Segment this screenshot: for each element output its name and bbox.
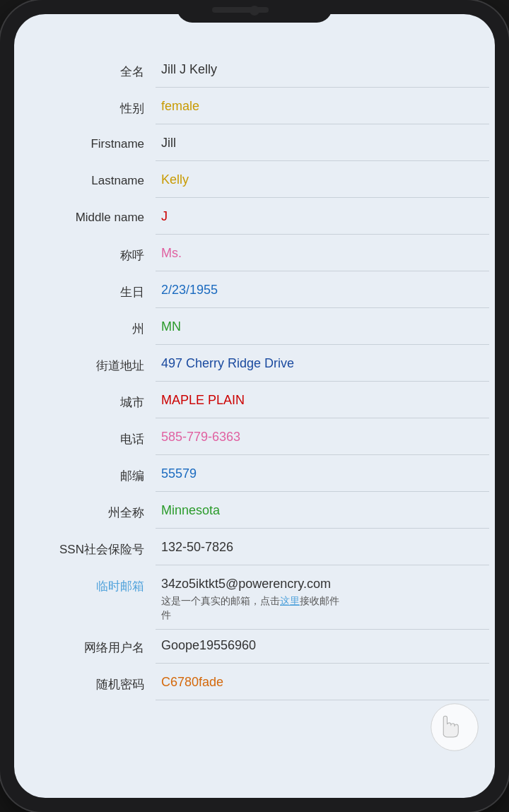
- field-row: 州全称Minnesota: [14, 495, 495, 531]
- field-row: 州MN: [14, 311, 495, 348]
- field-row: 称呼Ms.: [14, 237, 495, 274]
- field-value-container: 2/23/1955: [156, 274, 489, 308]
- field-row: 网络用户名Goope19556960: [14, 630, 495, 666]
- field-row: 随机密码C6780fade: [14, 666, 495, 703]
- field-value-container: 34zo5iktkt5@powerencry.com这是一个真实的邮箱，点击这里…: [156, 568, 489, 630]
- field-value-container: MN: [156, 311, 489, 345]
- field-row: 生日2/23/1955: [14, 274, 495, 311]
- field-value: J: [161, 209, 484, 224]
- field-value-container: female: [156, 90, 489, 124]
- phone-screen: 全名Jill J Kelly性别femaleFirstnameJillLastn…: [14, 14, 495, 798]
- field-row: 性别female: [14, 90, 495, 127]
- field-value: 2/23/1955: [161, 283, 484, 298]
- field-row: 邮编55579: [14, 458, 495, 495]
- field-value: MAPLE PLAIN: [161, 393, 484, 408]
- field-label: 电话: [14, 421, 156, 457]
- field-label: 网络用户名: [14, 630, 156, 666]
- field-row: 临时邮箱34zo5iktkt5@powerencry.com这是一个真实的邮箱，…: [14, 568, 495, 630]
- field-value: Jill J Kelly: [161, 62, 484, 77]
- field-value: female: [161, 99, 484, 114]
- field-value: Minnesota: [161, 503, 484, 518]
- field-value: 585-779-6363: [161, 430, 484, 445]
- field-row: FirstnameJill: [14, 127, 495, 164]
- field-value: 55579: [161, 466, 484, 481]
- field-label: 州: [14, 311, 156, 347]
- field-label: Middle name: [14, 201, 156, 235]
- field-value: MN: [161, 319, 484, 334]
- phone-speaker: [212, 7, 269, 13]
- field-label: 州全称: [14, 495, 156, 531]
- field-value-container: 55579: [156, 458, 489, 492]
- field-label: 城市: [14, 384, 156, 420]
- field-value-container: Kelly: [156, 164, 489, 198]
- field-row: SSN社会保险号132-50-7826: [14, 531, 495, 568]
- field-value-container: Jill: [156, 127, 489, 161]
- email-here-link[interactable]: 这里: [280, 595, 300, 606]
- field-label: SSN社会保险号: [14, 531, 156, 567]
- field-label: 全名: [14, 54, 156, 90]
- phone-frame: 全名Jill J Kelly性别femaleFirstnameJillLastn…: [0, 0, 509, 812]
- field-value: Ms.: [161, 246, 484, 261]
- field-row: 全名Jill J Kelly: [14, 54, 495, 90]
- field-value: 497 Cherry Ridge Drive: [161, 356, 484, 371]
- field-row: 城市MAPLE PLAIN: [14, 384, 495, 421]
- field-label: 街道地址: [14, 348, 156, 384]
- field-value: 34zo5iktkt5@powerencry.com: [161, 577, 484, 592]
- field-value: Goope19556960: [161, 638, 484, 653]
- field-label: 称呼: [14, 237, 156, 273]
- field-label: Firstname: [14, 127, 156, 161]
- field-value-container: Minnesota: [156, 495, 489, 529]
- field-value-container: J: [156, 201, 489, 235]
- field-value: 132-50-7826: [161, 540, 484, 555]
- field-value-container: MAPLE PLAIN: [156, 384, 489, 418]
- field-row: 街道地址497 Cherry Ridge Drive: [14, 348, 495, 384]
- field-row: Middle nameJ: [14, 201, 495, 237]
- field-label: 临时邮箱: [14, 568, 156, 604]
- field-value-container: 497 Cherry Ridge Drive: [156, 348, 489, 382]
- field-row: LastnameKelly: [14, 164, 495, 201]
- field-value: Kelly: [161, 172, 484, 187]
- cursor-hand-icon: [430, 702, 479, 752]
- email-note: 这是一个真实的邮箱，点击这里接收邮件件: [161, 594, 484, 622]
- field-label: 性别: [14, 90, 156, 126]
- field-label: 邮编: [14, 458, 156, 494]
- field-value-container: C6780fade: [156, 666, 489, 700]
- field-label: Lastname: [14, 164, 156, 198]
- field-value-container: Goope19556960: [156, 630, 489, 664]
- field-label: 生日: [14, 274, 156, 310]
- field-value-container: Jill J Kelly: [156, 54, 489, 88]
- field-value-container: 585-779-6363: [156, 421, 489, 455]
- field-value-container: 132-50-7826: [156, 531, 489, 565]
- field-label: 随机密码: [14, 666, 156, 702]
- field-row: 电话585-779-6363: [14, 421, 495, 458]
- field-value: C6780fade: [161, 675, 484, 690]
- screen-content[interactable]: 全名Jill J Kelly性别femaleFirstnameJillLastn…: [14, 42, 495, 798]
- field-value: Jill: [161, 136, 484, 151]
- field-value-container: Ms.: [156, 237, 489, 271]
